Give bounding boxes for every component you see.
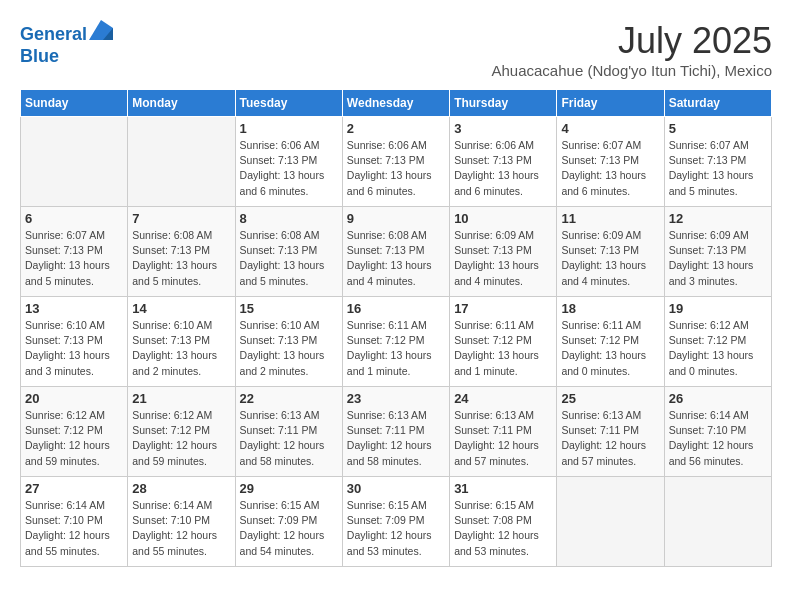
day-info: Sunrise: 6:06 AMSunset: 7:13 PMDaylight:… <box>347 138 445 199</box>
day-number: 7 <box>132 211 230 226</box>
day-info: Sunrise: 6:13 AMSunset: 7:11 PMDaylight:… <box>561 408 659 469</box>
day-info: Sunrise: 6:06 AMSunset: 7:13 PMDaylight:… <box>240 138 338 199</box>
day-info: Sunrise: 6:13 AMSunset: 7:11 PMDaylight:… <box>454 408 552 469</box>
calendar-cell: 31Sunrise: 6:15 AMSunset: 7:08 PMDayligh… <box>450 477 557 567</box>
calendar-cell: 2Sunrise: 6:06 AMSunset: 7:13 PMDaylight… <box>342 117 449 207</box>
logo-icon <box>89 20 113 40</box>
logo-text: General Blue <box>20 20 113 67</box>
day-number: 14 <box>132 301 230 316</box>
location-title: Ahuacacahue (Ndog'yo Itun Tichi), Mexico <box>491 62 772 79</box>
calendar-cell: 13Sunrise: 6:10 AMSunset: 7:13 PMDayligh… <box>21 297 128 387</box>
day-number: 11 <box>561 211 659 226</box>
calendar-cell: 8Sunrise: 6:08 AMSunset: 7:13 PMDaylight… <box>235 207 342 297</box>
calendar-cell: 3Sunrise: 6:06 AMSunset: 7:13 PMDaylight… <box>450 117 557 207</box>
calendar-cell: 19Sunrise: 6:12 AMSunset: 7:12 PMDayligh… <box>664 297 771 387</box>
calendar-cell: 20Sunrise: 6:12 AMSunset: 7:12 PMDayligh… <box>21 387 128 477</box>
logo: General Blue <box>20 20 113 67</box>
day-number: 12 <box>669 211 767 226</box>
calendar-cell: 5Sunrise: 6:07 AMSunset: 7:13 PMDaylight… <box>664 117 771 207</box>
day-number: 28 <box>132 481 230 496</box>
calendar-cell: 18Sunrise: 6:11 AMSunset: 7:12 PMDayligh… <box>557 297 664 387</box>
day-info: Sunrise: 6:09 AMSunset: 7:13 PMDaylight:… <box>669 228 767 289</box>
day-number: 21 <box>132 391 230 406</box>
day-number: 3 <box>454 121 552 136</box>
day-info: Sunrise: 6:07 AMSunset: 7:13 PMDaylight:… <box>561 138 659 199</box>
day-number: 29 <box>240 481 338 496</box>
day-number: 5 <box>669 121 767 136</box>
day-info: Sunrise: 6:14 AMSunset: 7:10 PMDaylight:… <box>25 498 123 559</box>
day-info: Sunrise: 6:13 AMSunset: 7:11 PMDaylight:… <box>347 408 445 469</box>
calendar-header: SundayMondayTuesdayWednesdayThursdayFrid… <box>21 90 772 117</box>
weekday-header-thursday: Thursday <box>450 90 557 117</box>
calendar: SundayMondayTuesdayWednesdayThursdayFrid… <box>20 89 772 567</box>
logo-line2: Blue <box>20 46 59 66</box>
calendar-cell: 15Sunrise: 6:10 AMSunset: 7:13 PMDayligh… <box>235 297 342 387</box>
calendar-cell: 24Sunrise: 6:13 AMSunset: 7:11 PMDayligh… <box>450 387 557 477</box>
month-title: July 2025 <box>491 20 772 62</box>
calendar-cell: 7Sunrise: 6:08 AMSunset: 7:13 PMDaylight… <box>128 207 235 297</box>
day-info: Sunrise: 6:11 AMSunset: 7:12 PMDaylight:… <box>347 318 445 379</box>
day-info: Sunrise: 6:14 AMSunset: 7:10 PMDaylight:… <box>132 498 230 559</box>
day-number: 17 <box>454 301 552 316</box>
day-info: Sunrise: 6:15 AMSunset: 7:09 PMDaylight:… <box>240 498 338 559</box>
calendar-cell: 12Sunrise: 6:09 AMSunset: 7:13 PMDayligh… <box>664 207 771 297</box>
day-number: 4 <box>561 121 659 136</box>
calendar-cell: 10Sunrise: 6:09 AMSunset: 7:13 PMDayligh… <box>450 207 557 297</box>
weekday-header-wednesday: Wednesday <box>342 90 449 117</box>
day-info: Sunrise: 6:12 AMSunset: 7:12 PMDaylight:… <box>669 318 767 379</box>
day-number: 31 <box>454 481 552 496</box>
day-info: Sunrise: 6:10 AMSunset: 7:13 PMDaylight:… <box>240 318 338 379</box>
day-number: 2 <box>347 121 445 136</box>
day-info: Sunrise: 6:15 AMSunset: 7:09 PMDaylight:… <box>347 498 445 559</box>
day-info: Sunrise: 6:07 AMSunset: 7:13 PMDaylight:… <box>25 228 123 289</box>
day-number: 15 <box>240 301 338 316</box>
calendar-cell: 22Sunrise: 6:13 AMSunset: 7:11 PMDayligh… <box>235 387 342 477</box>
calendar-cell: 25Sunrise: 6:13 AMSunset: 7:11 PMDayligh… <box>557 387 664 477</box>
day-number: 9 <box>347 211 445 226</box>
day-number: 20 <box>25 391 123 406</box>
day-info: Sunrise: 6:12 AMSunset: 7:12 PMDaylight:… <box>132 408 230 469</box>
day-info: Sunrise: 6:10 AMSunset: 7:13 PMDaylight:… <box>132 318 230 379</box>
day-number: 26 <box>669 391 767 406</box>
day-info: Sunrise: 6:06 AMSunset: 7:13 PMDaylight:… <box>454 138 552 199</box>
calendar-cell: 6Sunrise: 6:07 AMSunset: 7:13 PMDaylight… <box>21 207 128 297</box>
day-number: 1 <box>240 121 338 136</box>
day-info: Sunrise: 6:08 AMSunset: 7:13 PMDaylight:… <box>132 228 230 289</box>
day-info: Sunrise: 6:10 AMSunset: 7:13 PMDaylight:… <box>25 318 123 379</box>
calendar-cell: 26Sunrise: 6:14 AMSunset: 7:10 PMDayligh… <box>664 387 771 477</box>
day-info: Sunrise: 6:12 AMSunset: 7:12 PMDaylight:… <box>25 408 123 469</box>
calendar-cell: 21Sunrise: 6:12 AMSunset: 7:12 PMDayligh… <box>128 387 235 477</box>
calendar-cell <box>664 477 771 567</box>
weekday-header-tuesday: Tuesday <box>235 90 342 117</box>
day-info: Sunrise: 6:09 AMSunset: 7:13 PMDaylight:… <box>561 228 659 289</box>
day-info: Sunrise: 6:09 AMSunset: 7:13 PMDaylight:… <box>454 228 552 289</box>
calendar-cell: 30Sunrise: 6:15 AMSunset: 7:09 PMDayligh… <box>342 477 449 567</box>
day-number: 25 <box>561 391 659 406</box>
day-info: Sunrise: 6:14 AMSunset: 7:10 PMDaylight:… <box>669 408 767 469</box>
day-number: 16 <box>347 301 445 316</box>
calendar-cell: 29Sunrise: 6:15 AMSunset: 7:09 PMDayligh… <box>235 477 342 567</box>
calendar-cell: 17Sunrise: 6:11 AMSunset: 7:12 PMDayligh… <box>450 297 557 387</box>
calendar-week-2: 6Sunrise: 6:07 AMSunset: 7:13 PMDaylight… <box>21 207 772 297</box>
day-info: Sunrise: 6:08 AMSunset: 7:13 PMDaylight:… <box>240 228 338 289</box>
weekday-header-monday: Monday <box>128 90 235 117</box>
day-number: 18 <box>561 301 659 316</box>
calendar-cell <box>21 117 128 207</box>
weekday-header-sunday: Sunday <box>21 90 128 117</box>
day-number: 10 <box>454 211 552 226</box>
day-number: 6 <box>25 211 123 226</box>
day-number: 24 <box>454 391 552 406</box>
calendar-cell: 28Sunrise: 6:14 AMSunset: 7:10 PMDayligh… <box>128 477 235 567</box>
day-info: Sunrise: 6:11 AMSunset: 7:12 PMDaylight:… <box>561 318 659 379</box>
calendar-cell: 27Sunrise: 6:14 AMSunset: 7:10 PMDayligh… <box>21 477 128 567</box>
day-number: 13 <box>25 301 123 316</box>
day-number: 30 <box>347 481 445 496</box>
calendar-cell: 1Sunrise: 6:06 AMSunset: 7:13 PMDaylight… <box>235 117 342 207</box>
calendar-week-3: 13Sunrise: 6:10 AMSunset: 7:13 PMDayligh… <box>21 297 772 387</box>
day-info: Sunrise: 6:11 AMSunset: 7:12 PMDaylight:… <box>454 318 552 379</box>
day-number: 22 <box>240 391 338 406</box>
weekday-header-friday: Friday <box>557 90 664 117</box>
day-info: Sunrise: 6:15 AMSunset: 7:08 PMDaylight:… <box>454 498 552 559</box>
day-info: Sunrise: 6:08 AMSunset: 7:13 PMDaylight:… <box>347 228 445 289</box>
day-number: 19 <box>669 301 767 316</box>
